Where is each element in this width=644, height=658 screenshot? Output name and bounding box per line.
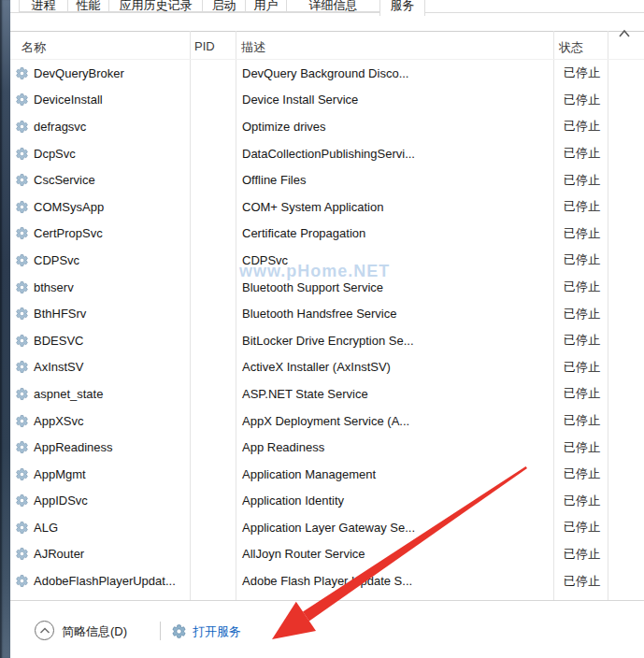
tab-5[interactable]: 用户	[245, 0, 287, 12]
service-name: BDESVC	[34, 334, 83, 348]
table-row[interactable]: AppMgmt Application Management 已停止	[10, 461, 644, 488]
service-status: 已停止	[553, 251, 608, 268]
table-row[interactable]: DcpSvc DataCollectionPublishingServi... …	[10, 140, 644, 167]
service-name: CertPropSvc	[34, 226, 103, 240]
service-name-cell: DevQueryBroker	[10, 66, 190, 80]
service-name-cell: BDESVC	[10, 334, 190, 348]
service-name: CDPSvc	[34, 253, 79, 267]
service-name-cell: bthserv	[10, 280, 190, 294]
desktop-background-strip	[0, 0, 10, 658]
service-gear-icon	[15, 147, 29, 161]
table-row[interactable]: AppXSvc AppX Deployment Service (A... 已停…	[10, 408, 644, 435]
service-description: Certificate Propagation	[236, 226, 553, 240]
service-description: Application Management	[236, 467, 553, 481]
service-name: bthserv	[34, 280, 74, 294]
service-name: DcpSvc	[34, 147, 76, 161]
tab-7[interactable]: 服务	[379, 0, 425, 16]
table-row[interactable]: CertPropSvc Certificate Propagation 已停止	[10, 221, 644, 248]
service-name-cell: AppXSvc	[10, 414, 190, 428]
service-status: 已停止	[553, 225, 608, 242]
service-status: 已停止	[553, 519, 608, 536]
service-description: Bluetooth Handsfree Service	[236, 307, 553, 321]
service-name-cell: aspnet_state	[10, 387, 190, 401]
service-description: ActiveX Installer (AxInstSV)	[236, 360, 553, 374]
table-row[interactable]: bthserv Bluetooth Support Service 已停止	[10, 274, 644, 301]
service-name: AdobeFlashPlayerUpdat...	[34, 574, 176, 588]
table-row[interactable]: AJRouter AllJoyn Router Service 已停止	[10, 541, 644, 568]
service-description: AppX Deployment Service (A...	[236, 414, 553, 428]
service-name: BthHFSrv	[34, 307, 86, 321]
service-description: DataCollectionPublishingServi...	[236, 147, 553, 161]
table-row[interactable]: BthHFSrv Bluetooth Handsfree Service 已停止	[10, 300, 644, 327]
service-description: App Readiness	[236, 440, 553, 454]
service-status: 已停止	[553, 439, 608, 456]
service-gear-icon	[15, 387, 29, 401]
tab-6[interactable]: 详细信息	[286, 0, 380, 12]
service-name: DeviceInstall	[34, 93, 103, 107]
service-gear-icon	[15, 334, 29, 348]
service-name: AppXSvc	[34, 414, 83, 428]
table-row[interactable]: COMSysApp COM+ System Application 已停止	[10, 193, 644, 221]
service-name: AppReadiness	[34, 440, 113, 454]
tab-2[interactable]: 性能	[67, 0, 109, 12]
service-name: AppIDSvc	[34, 494, 88, 508]
column-header-2[interactable]: PID	[194, 39, 215, 53]
column-header-1[interactable]: 名称	[21, 39, 46, 56]
service-gear-icon	[15, 226, 29, 240]
service-name-cell: ALG	[10, 521, 190, 535]
service-description: AllJoyn Router Service	[236, 547, 553, 561]
table-row[interactable]: AppIDSvc Application Identity 已停止	[10, 488, 644, 515]
service-description: COM+ System Application	[236, 200, 553, 214]
service-name-cell: AdobeFlashPlayerUpdat...	[10, 574, 190, 588]
service-name-cell: AppReadiness	[10, 440, 190, 454]
open-services-gear-icon[interactable]	[171, 623, 187, 639]
table-row[interactable]: AdobeFlashPlayerUpdat... Adobe Flash Pla…	[10, 567, 644, 594]
service-name-cell: BthHFSrv	[10, 307, 190, 321]
service-status: 已停止	[553, 145, 608, 162]
table-row[interactable]: BDESVC BitLocker Drive Encryption Se... …	[10, 327, 644, 354]
service-gear-icon	[15, 280, 29, 294]
service-gear-icon	[15, 173, 29, 187]
service-status: 已停止	[553, 573, 608, 590]
service-status: 已停止	[553, 385, 608, 402]
column-header-3[interactable]: 描述	[241, 39, 265, 56]
tab-4[interactable]: 启动	[202, 0, 246, 12]
fewer-details-button[interactable]	[35, 621, 54, 640]
chevron-up-icon	[39, 626, 50, 636]
task-manager-window: { "tabs": [ {"label": "进程", "active": fa…	[0, 0, 644, 658]
service-gear-icon	[15, 494, 29, 508]
service-gear-icon	[15, 307, 29, 321]
table-row[interactable]: AppReadiness App Readiness 已停止	[10, 434, 644, 461]
service-status: 已停止	[553, 198, 608, 215]
service-name-cell: AppIDSvc	[10, 494, 190, 508]
tab-3[interactable]: 应用历史记录	[108, 0, 203, 12]
tab-1[interactable]: 进程	[19, 0, 68, 12]
table-row[interactable]: DevQueryBroker DevQuery Background Disco…	[10, 60, 644, 87]
service-description: Offline Files	[236, 173, 553, 187]
service-status: 已停止	[553, 465, 608, 482]
table-row[interactable]: CDPSvc CDPSvc 已停止	[10, 247, 644, 274]
table-row[interactable]: DeviceInstall Device Install Service 已停止	[10, 87, 644, 114]
scrollbar-up-icon[interactable]	[617, 28, 632, 39]
service-gear-icon	[15, 440, 29, 454]
service-name-cell: DcpSvc	[10, 147, 190, 161]
service-status: 已停止	[553, 332, 608, 349]
service-description: Adobe Flash Player Update S...	[236, 574, 553, 588]
table-row[interactable]: ALG Application Layer Gateway Se... 已停止	[10, 514, 644, 541]
table-row[interactable]: defragsvc Optimize drives 已停止	[10, 113, 644, 140]
table-row[interactable]: AxInstSV ActiveX Installer (AxInstSV) 已停…	[10, 354, 644, 381]
service-gear-icon	[15, 547, 29, 561]
fewer-details-label[interactable]: 简略信息(D)	[62, 623, 127, 640]
table-row[interactable]: aspnet_state ASP.NET State Service 已停止	[10, 380, 644, 408]
footer-bar: 简略信息(D) 打开服务	[10, 601, 644, 658]
column-header-4[interactable]: 状态	[559, 39, 583, 56]
service-description: BitLocker Drive Encryption Se...	[236, 334, 553, 348]
open-services-link[interactable]: 打开服务	[193, 623, 241, 640]
service-name: AJRouter	[34, 547, 84, 561]
services-list: DevQueryBroker DevQuery Background Disco…	[10, 60, 644, 594]
service-description: Application Layer Gateway Se...	[236, 521, 553, 535]
service-description: Optimize drives	[236, 120, 553, 134]
service-status: 已停止	[553, 118, 608, 135]
table-row[interactable]: CscService Offline Files 已停止	[10, 166, 644, 193]
service-name: aspnet_state	[34, 387, 103, 401]
